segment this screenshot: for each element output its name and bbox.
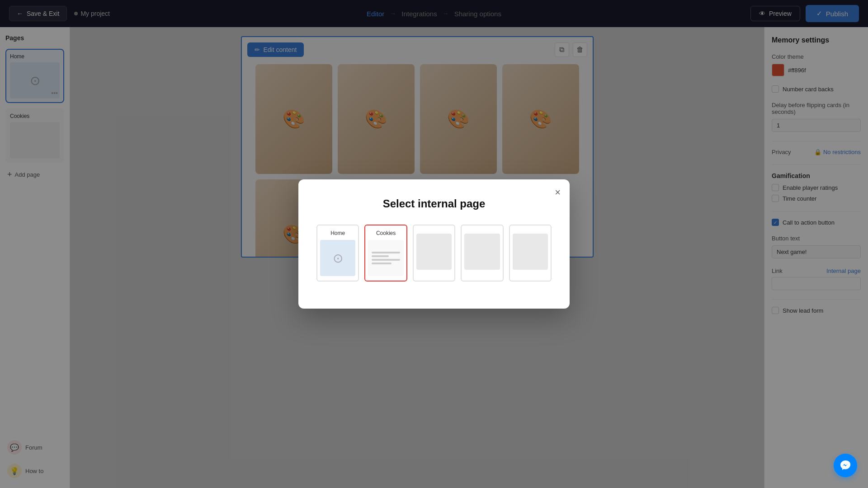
cookies-line-2 [372,255,388,257]
page-option-empty-1-thumb [416,234,452,270]
page-option-home-title: Home [330,230,345,236]
page-option-cookies[interactable]: Cookies [364,225,407,282]
page-option-cookies-title: Cookies [376,230,396,236]
cookies-line-1 [372,252,400,253]
select-page-modal: × Select internal page Home ⊙ Cookies [298,179,570,309]
page-option-empty-1[interactable] [413,225,455,282]
page-option-home[interactable]: Home ⊙ [316,225,359,282]
messenger-icon [840,460,851,471]
page-option-empty-3-thumb [513,234,548,270]
messenger-button[interactable] [834,454,857,477]
cookies-lines [368,248,403,268]
modal-title: Select internal page [316,197,552,210]
modal-overlay[interactable]: × Select internal page Home ⊙ Cookies [0,0,868,488]
pages-grid: Home ⊙ Cookies [316,225,552,282]
modal-close-button[interactable]: × [555,187,561,198]
page-option-empty-2-thumb [464,234,500,270]
page-option-empty-3[interactable] [509,225,552,282]
cookies-line-3 [372,259,400,261]
cookies-line-4 [372,263,392,264]
home-thumb-img: ⊙ [333,251,343,266]
page-option-empty-2[interactable] [461,225,503,282]
page-option-cookies-thumb [368,240,403,276]
page-option-home-thumb: ⊙ [320,240,355,276]
